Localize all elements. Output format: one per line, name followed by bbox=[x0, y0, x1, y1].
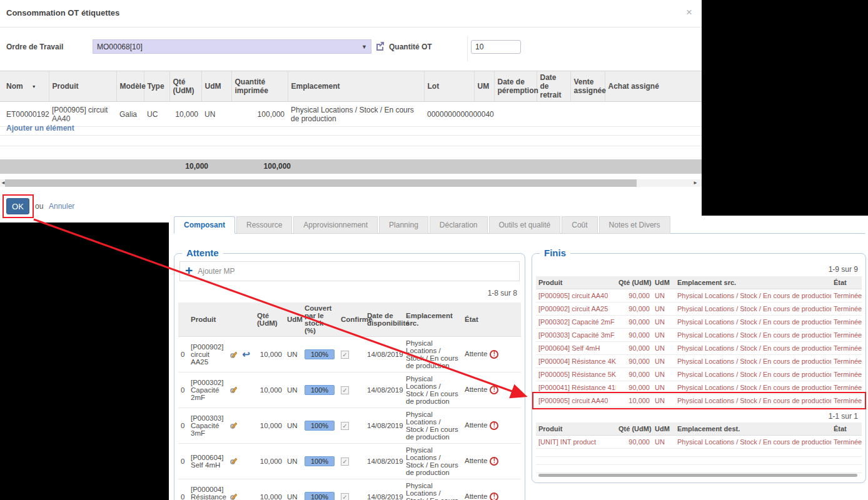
finis-row[interactable]: [P000005] Résistance 5K90,000UNPhysical … bbox=[536, 368, 862, 381]
add-line-row: Ajouter un élément bbox=[0, 121, 702, 136]
finis-dest-row[interactable]: [UNIT] INT product90,000UNPhysical Locat… bbox=[536, 435, 862, 448]
empty-row bbox=[536, 448, 862, 456]
finis-src-table: Produit Qté (UdM) UdM Emplacement src. É… bbox=[536, 276, 862, 408]
tab-approvisionnement[interactable]: Approvisionnement bbox=[293, 216, 378, 234]
tab-declaration[interactable]: Déclaration bbox=[430, 216, 488, 234]
waiting-alert-icon[interactable]: ! bbox=[490, 386, 498, 394]
col-produit[interactable]: Produit bbox=[536, 276, 616, 289]
tab-outils-et-qualite[interactable]: Outils et qualité bbox=[489, 216, 561, 234]
produce-tool-icon[interactable] bbox=[230, 459, 238, 466]
col-produit[interactable]: Produit bbox=[536, 422, 616, 435]
col-etat[interactable]: État bbox=[462, 302, 521, 337]
col-modele[interactable]: Modèle bbox=[116, 71, 144, 102]
work-order-label: Ordre de Travail bbox=[6, 42, 63, 51]
confirmed-checkbox[interactable]: ✓ bbox=[341, 386, 349, 394]
horizontal-scrollbar[interactable]: ◄ ► bbox=[0, 179, 702, 187]
confirmed-checkbox[interactable]: ✓ bbox=[341, 351, 349, 359]
close-icon[interactable]: × bbox=[686, 6, 692, 19]
col-confirme[interactable]: Confirmé bbox=[338, 302, 365, 337]
col-date-dispo[interactable]: Date de disponibilité bbox=[365, 302, 403, 337]
finis-row[interactable]: [P000905] circuit AA4090,000UNPhysical L… bbox=[536, 289, 862, 302]
col-emplacement-src[interactable]: Emplacement src. bbox=[675, 276, 831, 289]
scrollbar-thumb[interactable] bbox=[5, 179, 637, 187]
col-etat[interactable]: État bbox=[831, 422, 862, 435]
finis-dest-pager[interactable]: 1-1 sur 1 bbox=[829, 412, 858, 421]
tab-planning[interactable]: Planning bbox=[379, 216, 428, 234]
col-nom[interactable]: Nom▼ bbox=[0, 71, 49, 102]
attente-panel: Attente + Ajouter MP 1-8 sur 8 Produit Q… bbox=[174, 253, 525, 500]
waiting-alert-icon[interactable]: ! bbox=[490, 457, 498, 466]
add-element-link[interactable]: Ajouter un élément bbox=[6, 124, 74, 132]
tab-ressource[interactable]: Ressource bbox=[236, 216, 292, 234]
attente-row[interactable]: 0 [P000604] Self 4mH 10,000 UN 100% ✓ 14… bbox=[178, 444, 521, 479]
add-mp-label: Ajouter MP bbox=[198, 267, 235, 276]
col-qte[interactable]: Qté (UdM) bbox=[169, 71, 201, 102]
produce-tool-icon[interactable] bbox=[230, 352, 238, 360]
col-qte[interactable]: Qté (UdM) bbox=[255, 302, 285, 337]
table-header-row: Nom▼ Produit Modèle Type Qté (UdM) UdM Q… bbox=[0, 71, 702, 102]
waiting-alert-icon[interactable]: ! bbox=[490, 421, 498, 430]
col-udm[interactable]: UdM bbox=[652, 422, 675, 435]
return-arrow-icon[interactable]: ↩ bbox=[242, 349, 250, 359]
add-mp-button[interactable]: + Ajouter MP bbox=[179, 261, 520, 281]
external-link-icon[interactable] bbox=[375, 41, 385, 51]
ok-button[interactable]: OK bbox=[6, 198, 29, 214]
attente-pager[interactable]: 1-8 sur 8 bbox=[488, 289, 517, 298]
cancel-link[interactable]: Annuler bbox=[49, 202, 74, 211]
finis-row-highlighted[interactable]: [P000905] circuit AA4010,000UNPhysical L… bbox=[536, 394, 862, 407]
tab-composant[interactable]: Composant bbox=[174, 216, 235, 234]
attente-row[interactable]: 0 [P000302] Capacité 2mF 10,000 UN 100% … bbox=[178, 372, 521, 408]
finis-row[interactable]: [P000902] circuit AA2590,000UNPhysical L… bbox=[536, 302, 862, 315]
attente-row[interactable]: 0 [P000902] circuit AA25 ↩ 10,000 UN 100… bbox=[178, 337, 521, 372]
work-order-select[interactable]: MO00068[10] ▼ bbox=[93, 39, 371, 54]
attente-table: Produit Qté (UdM) UdM Couvert par le sto… bbox=[178, 302, 521, 500]
produce-tool-icon[interactable] bbox=[230, 388, 238, 395]
panel-scrollbar[interactable] bbox=[538, 474, 857, 477]
tab-cout[interactable]: Coût bbox=[562, 216, 597, 234]
col-produit[interactable]: Produit bbox=[49, 71, 116, 102]
attente-row[interactable]: 0 [P000303] Capacité 3mF 10,000 UN 100% … bbox=[178, 408, 521, 444]
finis-row[interactable]: [P000041] Résistance 41K90,000UNPhysical… bbox=[536, 381, 862, 394]
waiting-alert-icon[interactable]: ! bbox=[490, 350, 498, 359]
col-emplacement[interactable]: Emplacement bbox=[288, 71, 424, 102]
tab-notes-et-divers[interactable]: Notes et Divers bbox=[599, 216, 670, 234]
finis-row[interactable]: [P000302] Capacité 2mF90,000UNPhysical L… bbox=[536, 315, 862, 328]
col-achat-assigne[interactable]: Achat assigné bbox=[605, 71, 702, 102]
confirmed-checkbox[interactable]: ✓ bbox=[341, 422, 349, 430]
ot-quantity-input[interactable] bbox=[471, 40, 521, 54]
produce-tool-icon[interactable] bbox=[230, 423, 238, 431]
confirmed-checkbox[interactable]: ✓ bbox=[341, 493, 349, 500]
labels-table: Nom▼ Produit Modèle Type Qté (UdM) UdM Q… bbox=[0, 71, 702, 127]
col-type[interactable]: Type bbox=[144, 71, 169, 102]
finis-pager[interactable]: 1-9 sur 9 bbox=[829, 265, 858, 274]
finis-row[interactable]: [P000604] Self 4mH90,000UNPhysical Locat… bbox=[536, 341, 862, 354]
attente-legend: Attente bbox=[182, 248, 223, 258]
attente-header-row: Produit Qté (UdM) UdM Couvert par le sto… bbox=[178, 302, 521, 337]
empty-row bbox=[536, 464, 862, 472]
col-lot[interactable]: Lot bbox=[424, 71, 474, 102]
sort-desc-icon: ▼ bbox=[32, 84, 36, 89]
attente-row[interactable]: 0 [P000004] Résistance 4K 10,000 UN 100%… bbox=[178, 479, 521, 500]
col-qte-imprimee[interactable]: Quantité imprimée bbox=[231, 71, 288, 102]
finis-row[interactable]: [P000004] Résistance 4K90,000UNPhysical … bbox=[536, 354, 862, 368]
confirmed-checkbox[interactable]: ✓ bbox=[341, 458, 349, 466]
col-date-retrait[interactable]: Date de retrait bbox=[537, 71, 570, 102]
waiting-alert-icon[interactable]: ! bbox=[490, 492, 498, 500]
finis-row[interactable]: [P000303] Capacité 3mF90,000UNPhysical L… bbox=[536, 328, 862, 341]
scroll-right-icon[interactable]: ► bbox=[693, 179, 698, 187]
col-udm[interactable]: UdM bbox=[285, 302, 302, 337]
col-date-peremption[interactable]: Date de péremption bbox=[494, 71, 537, 102]
col-emplacement-src[interactable]: Emplacement src. bbox=[403, 302, 462, 337]
col-produit[interactable]: Produit bbox=[188, 302, 255, 337]
col-um[interactable]: UM bbox=[474, 71, 494, 102]
col-qte[interactable]: Qté (UdM) bbox=[616, 276, 652, 289]
col-emplacement-dest[interactable]: Emplacement dest. bbox=[675, 422, 831, 435]
col-etat[interactable]: État bbox=[831, 276, 862, 289]
work-order-value: MO00068[10] bbox=[97, 42, 361, 51]
col-udm[interactable]: UdM bbox=[652, 276, 675, 289]
col-udm[interactable]: UdM bbox=[201, 71, 231, 102]
col-qte[interactable]: Qté (UdM) bbox=[616, 422, 652, 435]
col-vente-assignee[interactable]: Vente assignée bbox=[570, 71, 605, 102]
col-couvert[interactable]: Couvert par le stock (%) bbox=[302, 302, 338, 337]
produce-tool-icon[interactable] bbox=[230, 494, 238, 500]
